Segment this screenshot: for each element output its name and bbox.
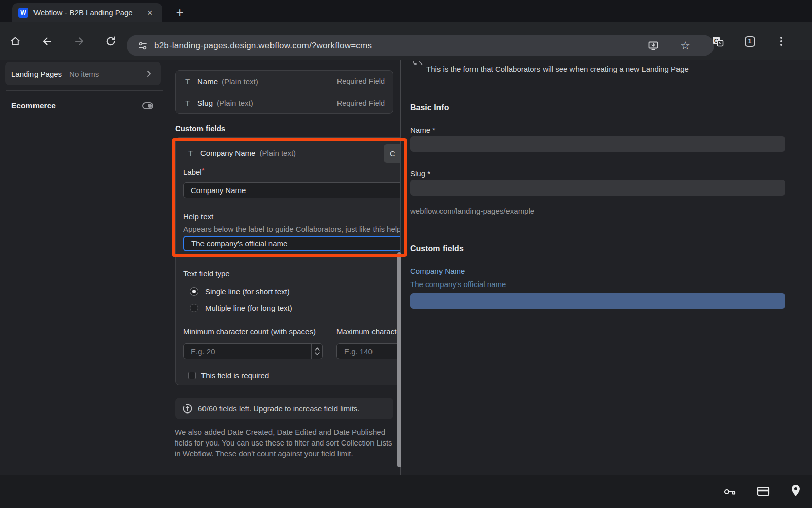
field-name: Slug <box>197 99 213 107</box>
toggle-icon[interactable] <box>142 102 153 109</box>
back-icon[interactable] <box>40 34 54 48</box>
plain-text-field-icon: T <box>188 149 195 157</box>
preview-company-name-input[interactable] <box>410 293 785 309</box>
tab-title: Webflow - B2B Landing Page <box>33 8 146 17</box>
stepper-arrows-icon[interactable] <box>311 344 322 359</box>
plain-text-field-icon: T <box>185 77 192 86</box>
location-pin-icon[interactable] <box>790 484 802 499</box>
checkbox-icon[interactable] <box>188 372 196 379</box>
cancel-button[interactable]: C <box>384 144 400 163</box>
browser-tab-strip: W Webflow - B2B Landing Page × + <box>0 0 812 22</box>
preview-note: This is the form that Collaborators will… <box>426 65 689 73</box>
url-bar[interactable]: b2b-landing-pages.design.webflow.com/?wo… <box>127 35 714 56</box>
translate-icon[interactable]: G <box>710 34 725 48</box>
help-text-input[interactable] <box>183 236 400 251</box>
required-badge: Required Field <box>337 99 385 107</box>
plain-text-field-icon: T <box>185 99 192 107</box>
browser-toolbar: b2b-landing-pages.design.webflow.com/?wo… <box>0 22 812 60</box>
label-input[interactable] <box>183 182 400 198</box>
preview-form-icon <box>412 61 423 69</box>
install-app-icon[interactable] <box>646 39 660 53</box>
label-field-label: Label* <box>183 167 205 176</box>
url-text: b2b-landing-pages.design.webflow.com/?wo… <box>154 41 372 51</box>
required-checkbox-row[interactable]: This field is required <box>183 371 269 380</box>
preview-slug-label: Slug * <box>410 169 430 178</box>
checkbox-label: This field is required <box>201 371 269 380</box>
key-icon[interactable] <box>722 484 737 499</box>
tab-group-counter[interactable]: 1 <box>742 34 757 48</box>
field-limit-notice: 60/60 fields left. Upgrade to increase f… <box>175 398 393 419</box>
sidebar-item-landing-pages[interactable]: Landing Pages No items <box>5 62 161 85</box>
preview-custom-fields-heading: Custom fields <box>410 244 464 253</box>
sidebar-item-ecommerce[interactable]: Ecommerce <box>0 97 163 115</box>
tab-close-icon[interactable]: × <box>147 8 153 17</box>
site-settings-icon[interactable] <box>137 40 148 51</box>
help-text-hint: Appears below the label to guide Collabo… <box>183 225 400 233</box>
required-asterisk: * <box>202 167 205 174</box>
preview-panel: This is the form that Collaborators will… <box>401 60 812 475</box>
field-editor: T Company Name (Plain text) C Label* Hel… <box>175 137 400 385</box>
page-content: Landing Pages No items Ecommerce T Name … <box>0 60 812 475</box>
field-name: Company Name <box>200 149 255 157</box>
chevron-right-icon <box>145 70 153 78</box>
divider <box>405 230 812 230</box>
bookmark-star-icon[interactable]: ☆ <box>678 39 692 53</box>
browser-tab[interactable]: W Webflow - B2B Landing Page × <box>12 3 162 22</box>
field-row-name[interactable]: T Name (Plain text) Required Field <box>176 71 393 92</box>
max-count-label: Maximum character count (with spaces) <box>336 327 400 336</box>
preview-company-name-help: The company's official name <box>410 280 506 289</box>
bottom-bar <box>0 475 812 508</box>
basic-info-heading: Basic Info <box>410 103 449 112</box>
upgrade-icon <box>182 403 193 414</box>
sidebar-divider <box>6 90 163 91</box>
min-count-label: Minimum character count (with spaces) <box>183 327 316 336</box>
help-text-label: Help text <box>183 212 213 221</box>
radio-unselected-icon[interactable] <box>190 304 198 312</box>
new-tab-button[interactable]: + <box>172 4 188 20</box>
reload-icon[interactable] <box>104 34 118 48</box>
radio-label: Single line (for short text) <box>205 287 290 296</box>
radio-label: Multiple line (for long text) <box>205 304 292 312</box>
custom-fields-heading: Custom fields <box>175 124 225 133</box>
webflow-favicon-icon: W <box>18 8 28 18</box>
min-count-stepper[interactable] <box>183 343 323 359</box>
field-type: (Plain text) <box>217 99 253 107</box>
payment-card-icon[interactable] <box>756 484 771 499</box>
forward-icon[interactable] <box>72 34 86 48</box>
field-type: (Plain text) <box>259 149 296 157</box>
text-field-type-label: Text field type <box>183 269 230 278</box>
preview-company-name-label: Company Name <box>410 267 465 275</box>
landing-pages-label: Landing Pages <box>11 70 62 78</box>
scrollbar-thumb[interactable] <box>397 252 401 467</box>
field-name: Name <box>197 77 218 86</box>
max-count-input[interactable] <box>336 343 400 359</box>
fields-panel: T Name (Plain text) Required Field T Slu… <box>163 60 400 475</box>
base-fields-list: T Name (Plain text) Required Field T Slu… <box>175 70 393 114</box>
required-badge: Required Field <box>337 77 385 85</box>
field-type: (Plain text) <box>222 77 258 86</box>
radio-selected-icon[interactable] <box>190 287 198 296</box>
ecommerce-label: Ecommerce <box>11 101 56 110</box>
preview-name-label: Name * <box>410 125 435 134</box>
browser-menu-kebab-icon[interactable] <box>774 34 788 48</box>
min-count-input[interactable] <box>183 343 323 359</box>
home-icon[interactable] <box>8 34 22 48</box>
landing-pages-status: No items <box>69 70 99 78</box>
radio-single-line[interactable]: Single line (for short text) <box>183 287 290 296</box>
upgrade-link[interactable]: Upgrade <box>253 404 283 413</box>
slug-example-url: webflow.com/landing-pages/example <box>410 207 534 215</box>
radio-multiple-line[interactable]: Multiple line (for long text) <box>183 304 292 312</box>
field-limit-text: 60/60 fields left. Upgrade to increase f… <box>198 404 360 413</box>
date-fields-footnote: We also added Date Created, Date Edited … <box>175 427 396 459</box>
field-editor-header[interactable]: T Company Name (Plain text) <box>188 149 296 157</box>
preview-name-input[interactable] <box>410 136 785 152</box>
preview-slug-input[interactable] <box>410 180 785 196</box>
divider <box>405 87 812 87</box>
field-row-slug[interactable]: T Slug (Plain text) Required Field <box>176 92 393 113</box>
